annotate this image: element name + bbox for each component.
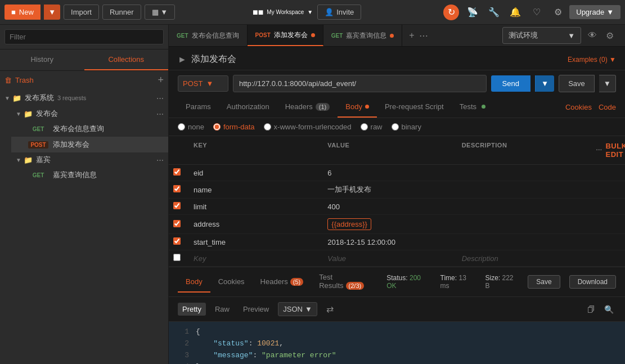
request-title-text: 添加发布会 bbox=[191, 53, 236, 65]
value-cell: 6 bbox=[323, 165, 457, 181]
method-select[interactable]: POST ▼ bbox=[178, 75, 228, 92]
preview-button[interactable]: Preview bbox=[239, 303, 273, 316]
row-checkbox-3[interactable] bbox=[173, 202, 181, 209]
examples-chevron-icon: ▼ bbox=[609, 56, 616, 64]
method-tag: GET bbox=[331, 33, 343, 39]
import-button[interactable]: Import bbox=[64, 5, 99, 20]
radio-form-data[interactable]: form-data bbox=[213, 123, 255, 131]
request-panel: GET 发布会信息查询 POST 添加发布会 GET 嘉宾查询信息 + ⋯ 测试… bbox=[169, 25, 625, 364]
req-tab-1[interactable]: POST 添加发布会 bbox=[248, 25, 323, 46]
save-dropdown-button[interactable]: ▼ bbox=[599, 75, 616, 92]
resp-tab-test-results[interactable]: Test Results(2/3) bbox=[311, 267, 386, 296]
tab-headers[interactable]: Headers (1) bbox=[277, 97, 338, 118]
key-cell: address bbox=[189, 217, 323, 232]
table-menu-icon[interactable]: ⋯ bbox=[596, 147, 602, 154]
resp-tab-body[interactable]: Body bbox=[178, 272, 210, 293]
raw-button[interactable]: Raw bbox=[210, 303, 234, 316]
sync-icon[interactable]: ↻ bbox=[443, 5, 459, 20]
new-button[interactable]: ■ New bbox=[5, 5, 41, 20]
headers-badge: (1) bbox=[316, 103, 330, 111]
download-button[interactable]: Download bbox=[569, 275, 616, 289]
heart-icon[interactable]: ♡ bbox=[529, 5, 545, 20]
collection-header-fubuxitong[interactable]: ▼ 📁 发布系统 3 requests ⋯ bbox=[0, 89, 168, 106]
eye-icon[interactable]: 👁 bbox=[586, 28, 599, 43]
subfolder-header-fabuhui[interactable]: ▼ 📁 发布会 ⋯ bbox=[11, 106, 168, 121]
tabs-overflow-button[interactable]: ⋯ bbox=[419, 30, 428, 41]
subfolder-fabuhui: ▼ 📁 发布会 ⋯ GET 发布会信息查询 POST 添加发布会 bbox=[0, 106, 168, 152]
subfolder-menu-icon[interactable]: ⋯ bbox=[156, 156, 164, 164]
new-dropdown-arrow[interactable]: ▼ bbox=[44, 5, 60, 20]
table-row-empty: Key Value Description bbox=[169, 250, 625, 267]
send-dropdown-button[interactable]: ▼ bbox=[535, 75, 554, 92]
row-checkbox-empty[interactable] bbox=[173, 254, 181, 261]
value-cell: 400 bbox=[323, 199, 457, 214]
invite-button[interactable]: 👤 Invite bbox=[317, 5, 361, 20]
trash-item[interactable]: 🗑 Trash bbox=[5, 76, 34, 84]
upgrade-button[interactable]: Upgrade ▼ bbox=[569, 5, 620, 19]
json-format-select[interactable]: JSON ▼ bbox=[278, 302, 317, 316]
row-checkbox-5[interactable] bbox=[173, 237, 181, 245]
send-button[interactable]: Send bbox=[491, 75, 530, 92]
radio-none[interactable]: none bbox=[178, 123, 204, 131]
row-checkbox-2[interactable] bbox=[173, 185, 181, 192]
list-item[interactable]: GET 嘉宾查询信息 bbox=[11, 167, 168, 183]
req-tab-0[interactable]: GET 发布会信息查询 bbox=[169, 25, 248, 46]
runner-button[interactable]: Runner bbox=[102, 5, 141, 20]
tab-authorization[interactable]: Authorization bbox=[219, 97, 277, 118]
env-settings-icon[interactable]: ⚙ bbox=[604, 28, 616, 43]
tab-tests[interactable]: Tests bbox=[452, 97, 493, 118]
row-checkbox-4[interactable] bbox=[173, 220, 181, 227]
url-input[interactable] bbox=[233, 75, 487, 92]
method-badge-get: GET bbox=[28, 172, 48, 179]
tab-body[interactable]: Body bbox=[338, 97, 377, 118]
radio-binary[interactable]: binary bbox=[392, 123, 421, 131]
settings-icon[interactable]: ⚙ bbox=[550, 5, 566, 20]
tabs-actions: + ⋯ bbox=[404, 30, 432, 41]
row-checkbox-1[interactable] bbox=[173, 168, 181, 176]
radio-raw[interactable]: raw bbox=[361, 123, 383, 131]
cookies-code-links: Cookies Code bbox=[565, 103, 616, 111]
test-results-badge: (2/3) bbox=[346, 282, 365, 290]
tab-collections[interactable]: Collections bbox=[84, 50, 169, 70]
search-response-icon[interactable]: 🔍 bbox=[602, 303, 616, 316]
copy-icon[interactable]: 🗍 bbox=[585, 303, 597, 316]
save-button[interactable]: Save bbox=[559, 75, 595, 92]
request-title-bar: ► 添加发布会 Examples (0) ▼ bbox=[169, 47, 625, 70]
list-item[interactable]: GET 发布会信息查询 bbox=[11, 121, 168, 137]
description-placeholder: Description bbox=[457, 251, 591, 266]
subfolder-header-jiabin[interactable]: ▼ 📁 嘉宾 ⋯ bbox=[11, 152, 168, 167]
wrap-icon[interactable]: ⇄ bbox=[322, 302, 338, 317]
table-header: KEY VALUE DESCRIPTION ⋯ Bulk Edit bbox=[169, 136, 625, 165]
add-tab-button[interactable]: + bbox=[409, 30, 414, 41]
upgrade-chevron-icon: ▼ bbox=[606, 8, 614, 16]
add-collection-icon[interactable]: + bbox=[158, 74, 164, 86]
workspace-selector[interactable]: ■■ My Workspace ▼ bbox=[253, 7, 313, 17]
satellite-icon[interactable]: 📡 bbox=[465, 5, 480, 20]
environment-selector[interactable]: 测试环境 ▼ bbox=[502, 27, 581, 44]
subfolder-folder-icon: 📁 bbox=[24, 110, 33, 118]
examples-link[interactable]: Examples (0) ▼ bbox=[568, 56, 616, 64]
resp-tab-cookies[interactable]: Cookies bbox=[210, 272, 253, 293]
radio-urlencoded[interactable]: x-www-form-urlencoded bbox=[264, 123, 352, 131]
code-link[interactable]: Code bbox=[599, 103, 616, 111]
subfolder-folder-icon: 📁 bbox=[24, 156, 33, 164]
response-save-button[interactable]: Save bbox=[528, 275, 560, 289]
resp-tab-headers[interactable]: Headers(5) bbox=[253, 272, 312, 293]
list-item[interactable]: POST 添加发布会 bbox=[11, 137, 168, 152]
filter-input[interactable] bbox=[5, 29, 164, 44]
bulk-edit-button[interactable]: Bulk Edit bbox=[605, 142, 625, 159]
tab-pre-request-script[interactable]: Pre-request Script bbox=[377, 97, 452, 118]
tab-params[interactable]: Params bbox=[178, 97, 219, 118]
req-tab-2[interactable]: GET 嘉宾查询信息 bbox=[323, 25, 403, 46]
response-code-area: 1 { 2 "status": 10021, 3 "message": "par… bbox=[169, 322, 625, 364]
layout-button[interactable]: ▦ ▼ bbox=[145, 5, 175, 20]
pretty-button[interactable]: Pretty bbox=[178, 303, 206, 316]
notifications-icon[interactable]: 🔔 bbox=[507, 5, 523, 20]
tools-icon[interactable]: 🔧 bbox=[486, 5, 502, 20]
tab-history[interactable]: History bbox=[0, 50, 84, 70]
subfolder-menu-icon[interactable]: ⋯ bbox=[156, 110, 164, 118]
collection-group-fubuxitong: ▼ 📁 发布系统 3 requests ⋯ ▼ 📁 发布会 ⋯ GET bbox=[0, 89, 168, 183]
collection-menu-icon[interactable]: ⋯ bbox=[156, 94, 164, 102]
cookies-link[interactable]: Cookies bbox=[565, 103, 592, 111]
sidebar-search-bar bbox=[0, 25, 168, 50]
